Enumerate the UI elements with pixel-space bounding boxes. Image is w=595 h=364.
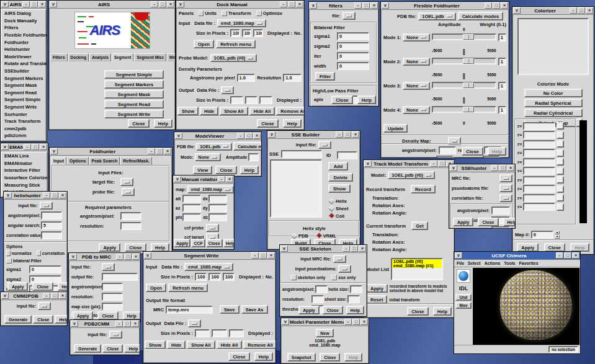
maximize-icon[interactable]: □ [51,293,58,299]
display-action-button[interactable]: Remove All [276,107,305,115]
maximize-icon[interactable]: □ [362,2,370,9]
help-button[interactable]: Help [123,311,141,320]
help-button[interactable]: Help [124,344,140,353]
idl-label[interactable]: IDL [454,285,473,291]
help-button[interactable]: Help [254,352,273,361]
menu-item[interactable]: Segment Write [2,104,45,111]
maximize-icon[interactable]: □ [159,1,166,7]
resolution-input[interactable] [311,295,324,303]
close-icon[interactable]: × [501,2,508,9]
segment-action-button[interactable]: Segment Simple [104,70,164,79]
menu-item[interactable]: Measuring Stick [2,181,47,189]
apply-button[interactable]: Apply [99,243,120,252]
amplitude-slider[interactable]: 0-500005000 [432,28,496,47]
segment-action-button[interactable]: Segment Mask [104,90,164,99]
field-input[interactable]: 1 [337,105,369,107]
sse-input[interactable] [281,150,322,158]
titlebar[interactable]: v UCSF Chimera - □ × [454,252,580,260]
tab-misc[interactable]: Misc. [167,53,176,61]
mode-select[interactable]: None [403,106,430,114]
display-action-button[interactable]: Hide All [249,107,275,115]
titlebar[interactable]: v CMM2PDB - □ × [1,292,67,300]
map-select[interactable]: emd_1080.map [187,185,234,193]
apix-input[interactable] [491,206,510,215]
close-button[interactable]: Close [323,306,343,314]
collapse-icon[interactable]: v [177,1,184,7]
maximize-icon[interactable]: □ [51,192,58,198]
close-button[interactable]: Close [462,147,483,156]
close-icon[interactable]: × [360,319,368,325]
add-button[interactable]: Add [328,162,348,171]
display-action-button[interactable]: Hide [200,107,218,115]
size-y-input[interactable]: 100 [208,273,220,281]
radius-input[interactable] [523,158,555,166]
input-mrc-select[interactable] [333,255,346,263]
apply-button[interactable]: Apply [298,306,319,314]
sse-listbox[interactable] [270,159,322,218]
minimize-icon[interactable]: - [22,1,30,7]
size-z-input[interactable]: 100 [253,29,263,37]
titlebar[interactable]: v Track Model Transform - □ × [364,160,454,168]
titlebar[interactable]: v Segment Write - □ × [143,252,275,260]
radius-input[interactable] [523,194,555,202]
coil-radio[interactable] [329,213,335,220]
out-size-z-input[interactable] [259,96,272,104]
radius-input[interactable] [523,140,555,148]
open-button[interactable]: Open [194,40,214,48]
apix-input[interactable] [120,212,141,220]
size-x-input[interactable]: 100 [230,29,240,37]
apix-input[interactable] [102,283,123,291]
mode-select[interactable]: None [403,58,430,66]
input-file-select[interactable] [318,141,331,149]
apply-button[interactable]: Apply [453,218,473,226]
field-input[interactable]: 0 [337,42,369,50]
apply-button[interactable]: Apply [174,239,190,247]
minimize-icon[interactable]: - [430,161,437,167]
color-swatch[interactable] [557,131,564,139]
view-button[interactable]: View [193,166,212,174]
panel-checkbox[interactable] [221,11,227,16]
maximize-icon[interactable]: □ [123,321,131,327]
display-action-button[interactable]: Show All [220,107,248,115]
segment-action-button[interactable]: Segment Markers [104,80,164,89]
calculate-modes-button[interactable]: Calculate modes [233,142,262,151]
help-button[interactable]: Help [357,95,376,104]
save-as-button[interactable]: Save As [241,305,268,314]
threshold-input[interactable] [491,226,510,229]
close-button[interactable]: Close [228,352,249,361]
minimize-icon[interactable]: - [491,165,498,171]
maximize-icon[interactable]: □ [438,161,445,167]
size-z-input[interactable]: 100 [223,273,235,281]
ccf-button[interactable]: CCF [191,239,205,247]
slider-handle[interactable] [463,58,474,64]
help-button[interactable]: Help [570,243,589,252]
collapse-icon[interactable]: v [382,2,389,9]
segment-action-button[interactable]: Segment Read [104,100,164,109]
close-icon[interactable]: × [370,2,378,9]
colorize-mode-button[interactable]: Radial Cylindrical [524,109,583,117]
input-file-select[interactable] [102,263,115,271]
titlebar[interactable]: v PDB2CMM - □ × [70,320,140,328]
menu-item[interactable]: SSEbuilder [2,68,45,75]
generate-button[interactable]: Generate [4,315,32,324]
tab-filters[interactable]: Filters [50,53,68,61]
titlebar[interactable]: v AIRS - □ × [49,1,175,9]
minimize-icon[interactable]: - [336,131,343,138]
menu-item[interactable]: Segment Read [2,89,45,97]
open-button[interactable]: Open [146,283,166,292]
angle-input[interactable] [182,204,201,212]
close-button[interactable]: Close [257,119,278,128]
slider-handle[interactable] [463,34,474,40]
menu-item[interactable]: Dock Manually [2,17,45,25]
field-input[interactable]: 0 [337,62,369,70]
menu[interactable]: File [457,261,464,265]
map-number-spinner[interactable]: ▲▼ [555,231,560,239]
radius-input[interactable] [523,131,555,139]
calculate-modes-button[interactable]: Calculate modes [458,12,504,20]
translate-input[interactable] [208,204,227,212]
minimize-icon[interactable]: - [151,1,158,7]
color-swatch[interactable] [557,176,564,184]
angular-search-input[interactable]: 5 [41,221,62,229]
collapse-icon[interactable]: v [455,252,462,259]
minimize-icon[interactable]: - [251,252,259,259]
